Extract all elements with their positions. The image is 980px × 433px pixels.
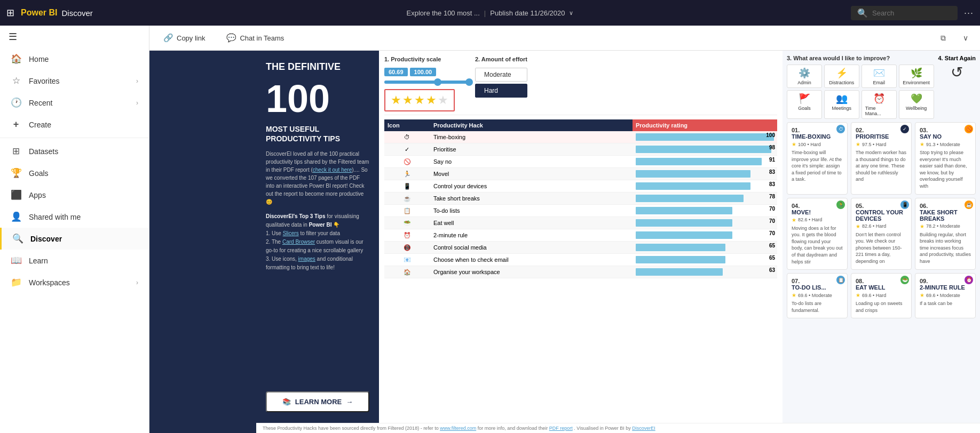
table-cell-icon: ⏱ [384,131,430,143]
area-filter-label: 3. What area would I like to improve? [787,55,934,61]
card-badge: 🚫 [965,125,973,133]
filter-label: Goals [798,106,811,111]
hamburger-button[interactable]: ☰ [0,26,149,48]
sidebar-item-home[interactable]: 🏠 Home [0,48,149,70]
sidebar-item-shared[interactable]: 👤 Shared with me [0,206,149,228]
sidebar-item-learn[interactable]: 📖 Learn [0,250,149,271]
card-rating: ★ 82.6 • Hard [856,223,907,229]
card-description: Moving does a lot for you. It gets the b… [792,225,843,266]
filter-icon-meetings[interactable]: 👥 Meetings [824,90,859,119]
table-row[interactable]: ✓ Prioritise 98 [384,143,777,156]
effort-hard-button[interactable]: Hard [475,84,527,98]
table-cell-rating: 65 [633,242,777,254]
table-row[interactable]: ⏱ Time-boxing 100 [384,131,777,143]
filter-icon-goals[interactable]: 🚩 Goals [787,90,822,119]
card-item[interactable]: 08. EAT WELL ★ 69.6 • Hard Loading up on… [851,273,912,318]
table-row[interactable]: 🚫 Say no 91 [384,156,777,168]
intro-description: DiscoverEI loved all of the 100 practica… [266,150,369,206]
slicers-link[interactable]: Slicers [283,230,299,236]
card-description: Time-boxing will improve your life. At t… [792,149,843,183]
copy-link-button[interactable]: 🔗 Copy link [158,30,210,46]
card-description: If a task can be [920,300,971,307]
table-row[interactable]: 🏠 Organise your workspace 63 [384,266,777,278]
table-row[interactable]: ⏰ 2-minute rule 70 [384,229,777,242]
card-item[interactable]: 04. MOVE! ★ 82.6 • Hard Moving does a lo… [787,198,848,270]
table-cell-hack: Time-boxing [430,131,633,143]
sidebar-item-discover[interactable]: 🔍 Discover [0,228,149,250]
search-input[interactable] [872,9,947,17]
table-row[interactable]: 🏃 Movel 83 [384,168,777,180]
card-item[interactable]: 03. SAY NO ★ 91.3 • Moderate Stop trying… [915,122,976,195]
sidebar-item-recent[interactable]: 🕐 Recent › [0,92,149,114]
table-row[interactable]: ☕ Take short breaks 78 [384,193,777,205]
table-row[interactable]: 📵 Control social media 65 [384,242,777,254]
table-cell-hack: Organise your workspace [430,266,633,278]
search-box[interactable]: 🔍 [851,6,958,20]
slider-thumb-right[interactable] [465,78,473,86]
topbar: ⊞ Power BI Discover Explore the 100 most… [0,0,980,26]
table-cell-hack: Take short breaks [430,193,633,205]
filtered-link[interactable]: www.filtered.com [440,426,476,431]
table-row[interactable]: 🥗 Eat well 70 [384,217,777,229]
card-item[interactable]: 02. PRIORITISE ★ 97.5 • Hard The modern … [851,122,912,195]
star-1: ★ [391,93,401,107]
table-row[interactable]: 📧 Choose when to check email 65 [384,254,777,266]
filter-symbol: 🌿 [911,67,922,79]
filter-icon-environment[interactable]: 🌿 Environment [899,65,934,88]
effort-moderate-button[interactable]: Moderate [475,68,527,82]
filter-symbol: ⏰ [873,93,885,105]
images-link[interactable]: images [298,256,315,262]
apps-icon: ⬛ [11,189,21,201]
pdf-report-link[interactable]: PDF report [549,426,573,431]
card-number: 08. [856,278,907,284]
window-button[interactable]: ⧉ [937,31,949,45]
grid-icon[interactable]: ⊞ [6,7,14,19]
card-star: ★ [792,292,796,298]
card-badge: 🏃 [836,201,845,209]
card-item[interactable]: 07. TO-DO LIS... ★ 69.6 • Moderate To-do… [787,273,848,318]
middle-panel: 1. Productivity scale 60.69 100.00 [379,51,783,423]
more-button[interactable]: ··· [964,7,974,19]
filter-icon-wellbeing[interactable]: 💚 Wellbeing [899,90,934,119]
discoverei-link[interactable]: DiscoverEI [632,426,655,431]
table-row[interactable]: 📋 To-do lists 70 [384,205,777,217]
learn-more-label: LEARN MORE [295,398,342,406]
sidebar-item-workspaces[interactable]: 📁 Workspaces › [0,271,149,293]
card-star: ★ [856,141,860,147]
sidebar-item-datasets[interactable]: ⊞ Datasets [0,140,149,162]
card-title: MOVE! [792,209,843,215]
sidebar-label-create: Create [29,121,138,129]
table-cell-rating: 83 [633,168,777,180]
chat-teams-button[interactable]: 💬 Chat in Teams [221,30,289,46]
refresh-icon: ↺ [951,63,963,81]
slider-track[interactable] [384,81,470,84]
controls-row: 1. Productivity scale 60.69 100.00 [384,56,777,115]
filter-icon-time-mana...[interactable]: ⏰ Time Mana... [862,90,897,119]
filter-symbol: 🚩 [799,93,810,105]
sidebar-label-home: Home [29,55,138,63]
card-item[interactable]: 09. 2-MINUTE RULE ★ 69.6 • Moderate If a… [915,273,976,318]
start-again-button[interactable]: 4. Start Again ↺ [938,55,976,81]
sidebar-item-apps[interactable]: ⬛ Apps [0,184,149,206]
card-item[interactable]: 05. CONTROL YOUR DEVICES ★ 82.6 • Hard D… [851,198,912,270]
effort-label: 2. Amount of effort [475,56,527,62]
card-star: ★ [920,141,924,147]
sidebar-item-goals[interactable]: 🏆 Goals [0,162,149,184]
learn-more-button[interactable]: 📚 LEARN MORE → [266,391,369,412]
sidebar-item-favorites[interactable]: ☆ Favorites › [0,70,149,92]
card-item[interactable]: 01. TIME-BOXING ★ 100 • Hard Time-boxing… [787,122,848,195]
intro-number: 100 [266,79,369,118]
workspaces-icon: 📁 [11,277,21,288]
filter-icon-admin[interactable]: ⚙️ Admin [787,65,822,88]
sidebar-item-create[interactable]: + Create [0,114,149,135]
table-row[interactable]: 📱 Control your devices 83 [384,180,777,193]
table-cell-hack: Say no [430,156,633,168]
card-item[interactable]: 06. TAKE SHORT BREAKS ★ 78.2 • Moderate … [915,198,976,270]
card-browser-link[interactable]: Card Browser [282,239,315,245]
sidebar-label-datasets: Datasets [29,147,138,156]
check-out-link[interactable]: check it out here [313,167,352,173]
filter-icon-email[interactable]: ✉️ Email [862,65,897,88]
window-chevron[interactable]: ∨ [960,31,971,44]
slider-thumb-left[interactable] [434,78,441,86]
filter-icon-distractions[interactable]: ⚡ Distractions [824,65,859,88]
